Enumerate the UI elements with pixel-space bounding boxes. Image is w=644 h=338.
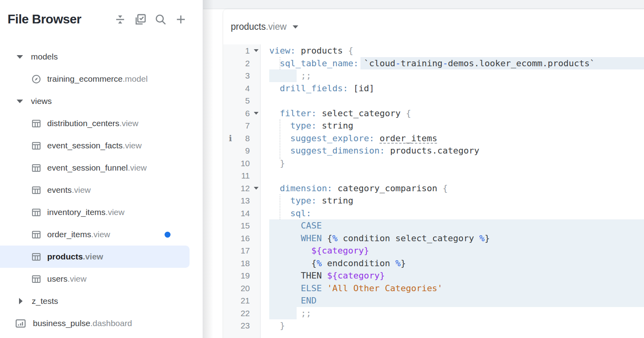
dashboard-icon	[15, 317, 27, 329]
code-line-7[interactable]: type: string	[261, 119, 644, 132]
caret-right-icon[interactable]	[17, 298, 24, 304]
fold-toggle-icon[interactable]	[254, 112, 259, 115]
collapse-all-button[interactable]	[113, 13, 127, 26]
code-line-15[interactable]: CASE	[261, 219, 644, 232]
folder-label: views	[31, 96, 52, 106]
file-business_pulse.dashboard[interactable]: business_pulse.dashboard	[0, 312, 190, 334]
code-editor[interactable]: 12345678i91011121314151617181920212223 v…	[223, 44, 644, 338]
file-order_items.view[interactable]: order_items.view	[0, 223, 190, 246]
code-line-22[interactable]: ;;	[261, 307, 644, 320]
code-token: {	[406, 108, 411, 118]
line-number: 14	[241, 209, 250, 218]
line-number: 16	[241, 234, 250, 243]
gutter-line-6: 6	[223, 107, 260, 120]
folder-views[interactable]: views	[0, 90, 190, 112]
line-number: 12	[241, 184, 250, 193]
code-token	[269, 221, 301, 230]
code-token: `cloud	[358, 58, 395, 68]
multi-select-checkbox-icon	[134, 13, 147, 26]
file-inventory_items.view[interactable]: inventory_items.view	[0, 201, 190, 223]
line-number: 2	[245, 59, 250, 68]
code-token: suggest_dimension:	[290, 146, 385, 156]
file-users.view[interactable]: users.view	[0, 268, 190, 290]
code-line-8[interactable]: suggest_explore: order_items	[261, 132, 644, 145]
code-line-12[interactable]: dimension: category_comparison {	[261, 182, 644, 195]
plus-icon	[174, 13, 187, 26]
code-line-9[interactable]: suggest_dimension: products.category	[261, 144, 644, 157]
code-line-10[interactable]: }	[261, 157, 644, 170]
code-line-11[interactable]	[261, 169, 644, 182]
code-line-14[interactable]: sql:	[261, 207, 644, 220]
file-training_ecommerce.model[interactable]: training_ecommerce.model	[0, 68, 190, 90]
sidebar-shadow	[203, 0, 213, 338]
file-label: business_pulse.dashboard	[33, 319, 132, 328]
gutter-line-10: 10	[223, 157, 260, 170]
file-label: event_session_facts.view	[47, 141, 142, 150]
code-token: CASE	[301, 221, 322, 230]
code-line-5[interactable]	[261, 94, 644, 107]
file-tab[interactable]: products.view	[231, 21, 298, 32]
gutter-line-2: 2	[223, 57, 260, 70]
code-token	[374, 133, 380, 143]
info-icon[interactable]: i	[229, 132, 232, 145]
code-token	[269, 296, 301, 305]
line-number: 7	[245, 121, 250, 130]
code-token: string	[316, 196, 353, 205]
code-line-17[interactable]: ${category}	[261, 244, 644, 257]
file-products.view[interactable]: products.view	[0, 246, 190, 268]
code-line-13[interactable]: type: string	[261, 194, 644, 207]
bulk-select-button[interactable]	[134, 13, 147, 26]
code-line-3[interactable]: ;;	[261, 69, 644, 82]
caret-down-icon[interactable]	[17, 100, 23, 103]
code-line-6[interactable]: filter: select_category {	[261, 107, 644, 120]
code-token: %	[316, 258, 322, 268]
file-browser-toolbar	[113, 13, 188, 26]
file-label: event_session_funnel.view	[47, 163, 147, 173]
file-tree: modelstraining_ecommerce.modelviewsdistr…	[0, 46, 203, 334]
file-events.view[interactable]: events.view	[0, 179, 190, 201]
file-event_session_facts.view[interactable]: event_session_facts.view	[0, 134, 190, 157]
table-icon	[31, 140, 42, 151]
code-line-19[interactable]: THEN ${category}	[261, 269, 644, 282]
search-icon	[154, 13, 167, 26]
code-line-2[interactable]: sql_table_name: `cloud-training-demos.lo…	[261, 57, 644, 70]
code-line-23[interactable]: }	[261, 319, 644, 332]
code-line-4[interactable]: drill_fields: [id]	[261, 82, 644, 95]
add-file-button[interactable]	[174, 13, 188, 26]
code-line-1[interactable]: view: products {	[261, 44, 644, 57]
folder-models[interactable]: models	[0, 46, 190, 68]
code-area[interactable]: view: products { sql_table_name: `cloud-…	[261, 44, 644, 338]
gutter-line-22: 22	[223, 307, 260, 320]
code-line-16[interactable]: WHEN {% condition select_category %}	[261, 232, 644, 245]
code-line-18[interactable]: {% endcondition %}	[261, 257, 644, 270]
editor-header: products.view	[223, 9, 644, 44]
file-label: users.view	[47, 274, 86, 284]
code-token	[269, 146, 290, 156]
code-line-20[interactable]: ELSE 'All Other Categories'	[261, 282, 644, 295]
file-label: events.view	[47, 185, 91, 195]
file-event_session_funnel.view[interactable]: event_session_funnel.view	[0, 157, 190, 179]
code-token: type:	[290, 121, 316, 131]
file-browser-header: File Browser	[8, 12, 188, 27]
code-token: string	[316, 121, 353, 131]
gutter-line-11: 11	[223, 169, 260, 182]
fold-toggle-icon[interactable]	[254, 187, 259, 190]
caret-down-icon[interactable]	[17, 55, 23, 59]
code-token: drill_fields:	[280, 83, 348, 93]
table-icon	[31, 252, 42, 262]
code-token	[269, 283, 301, 293]
line-number: 22	[241, 309, 250, 318]
search-button[interactable]	[154, 13, 167, 26]
file-distribution_centers.view[interactable]: distribution_centers.view	[0, 112, 190, 134]
code-token: %	[332, 233, 337, 243]
fold-toggle-icon[interactable]	[254, 49, 259, 52]
gutter-line-19: 19	[223, 269, 260, 282]
chevron-down-icon[interactable]	[293, 25, 298, 29]
folder-z_tests[interactable]: z_tests	[0, 290, 190, 312]
code-token: sql_table_name:	[280, 58, 359, 68]
line-number: 21	[241, 296, 250, 305]
code-token: view:	[269, 46, 295, 56]
code-token: {	[348, 46, 353, 56]
code-line-21[interactable]: END	[261, 294, 644, 307]
model-icon	[31, 74, 42, 84]
